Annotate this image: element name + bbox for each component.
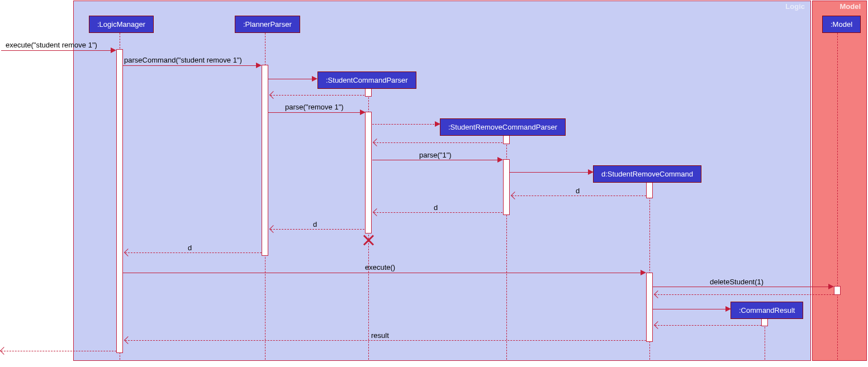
participant-logic-manager: :LogicManager	[89, 16, 154, 33]
activation-logic-manager	[116, 49, 123, 353]
arrow-return-scp-create	[271, 95, 364, 96]
activation-student-remove-command-1	[646, 182, 653, 198]
participant-student-remove-command-parser: :StudentRemoveCommandParser	[440, 118, 566, 136]
arrow-create-scp	[268, 79, 314, 79]
arrow-create-src	[510, 172, 590, 173]
arrow-create-cr	[653, 309, 728, 309]
msg-execute-student-remove: execute("student remove 1")	[6, 41, 97, 49]
logic-region-title: Logic	[785, 2, 805, 11]
msg-return-d3: d	[313, 220, 317, 228]
arrow-rd1	[512, 196, 646, 196]
msg-return-d2: d	[434, 203, 438, 212]
activation-student-remove-command-parser-1	[503, 135, 510, 144]
arrowhead-m1	[111, 47, 116, 53]
msg-parse-command: parseCommand("student remove 1")	[124, 56, 242, 64]
arrowhead-return-external	[0, 347, 8, 355]
arrow-result	[125, 340, 646, 341]
arrow-m1	[1, 50, 113, 51]
arrowhead-m4	[497, 157, 503, 163]
destroy-student-command-parser	[363, 235, 374, 246]
participant-student-command-parser: :StudentCommandParser	[317, 72, 416, 89]
lifeline-model	[837, 33, 838, 360]
arrow-m2	[123, 65, 258, 66]
arrow-rd3	[271, 229, 364, 230]
msg-result: result	[371, 331, 389, 340]
msg-return-d4: d	[188, 244, 192, 252]
arrow-return-srcp-create	[374, 142, 502, 143]
arrow-rd2	[374, 212, 502, 213]
arrow-create-srcp	[372, 124, 437, 125]
arrowhead-m2	[256, 63, 262, 68]
arrowhead-m5	[641, 270, 646, 275]
arrow-m6	[653, 287, 831, 287]
activation-planner-parser	[262, 65, 268, 256]
arrow-return-external	[1, 351, 116, 351]
arrow-m5	[123, 273, 643, 273]
arrow-rd4	[125, 252, 262, 253]
participant-model: :Model	[822, 16, 861, 33]
arrow-return-cr	[655, 325, 761, 326]
activation-student-command-parser-1	[365, 88, 372, 97]
msg-return-d1: d	[576, 187, 580, 195]
msg-execute: execute()	[365, 263, 395, 271]
model-region: Model	[812, 1, 867, 361]
participant-planner-parser: :PlannerParser	[235, 16, 300, 33]
msg-delete-student: deleteStudent(1)	[710, 278, 763, 286]
arrowhead-create-scp	[312, 76, 317, 82]
msg-parse-remove: parse("remove 1")	[285, 103, 344, 111]
activation-student-command-parser-2	[365, 112, 372, 233]
activation-model	[834, 286, 841, 295]
msg-parse-one: parse("1")	[419, 151, 452, 159]
participant-student-remove-command: d:StudentRemoveCommand	[593, 165, 701, 183]
activation-student-remove-command-parser-2	[503, 159, 510, 215]
participant-command-result: :CommandResult	[731, 302, 803, 319]
arrowhead-m3	[360, 109, 366, 115]
activation-student-remove-command-2	[646, 273, 653, 342]
arrowhead-m6	[828, 284, 834, 289]
arrow-m4	[372, 160, 500, 160]
arrow-m3	[268, 112, 362, 113]
arrow-return-model	[655, 294, 834, 295]
model-region-title: Model	[839, 2, 861, 11]
